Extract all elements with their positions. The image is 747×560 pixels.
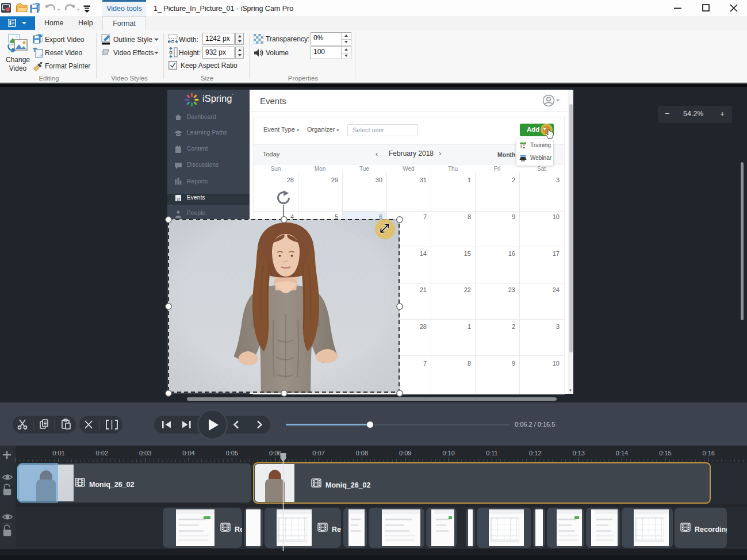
svg-text:15: 15 xyxy=(177,198,181,201)
